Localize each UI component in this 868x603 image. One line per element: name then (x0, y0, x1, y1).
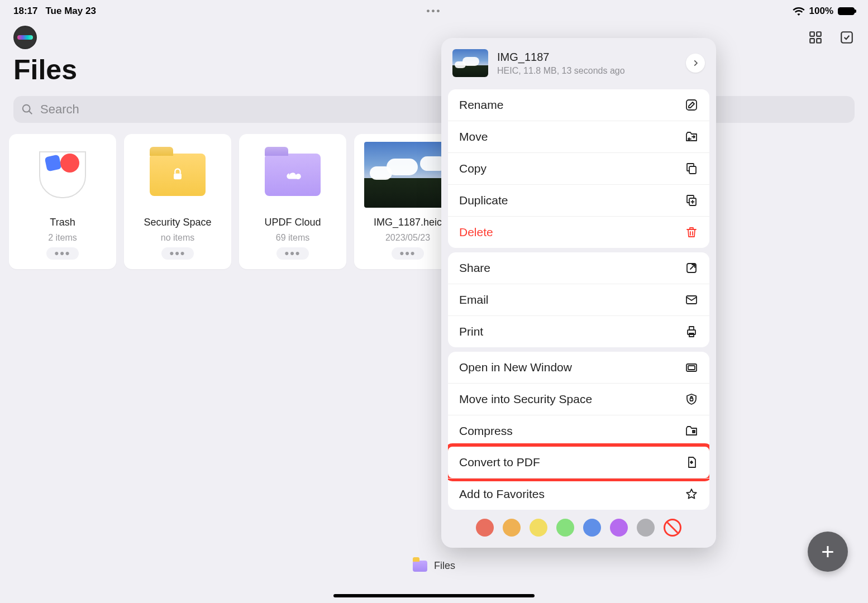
menu-item-copy[interactable]: Copy (448, 152, 709, 184)
add-button[interactable]: + (808, 532, 848, 572)
context-file-name: IMG_1187 (497, 51, 625, 64)
more-icon[interactable]: ••• (161, 247, 193, 260)
search-input[interactable]: Search (13, 96, 855, 123)
svg-rect-14 (689, 327, 694, 330)
battery-icon (838, 7, 855, 15)
tag-color[interactable] (556, 519, 574, 537)
menu-item-compress[interactable]: Compress (448, 415, 709, 447)
menu-item-print[interactable]: Print (448, 315, 709, 347)
more-icon[interactable]: ••• (46, 247, 78, 260)
menu-item-duplicate[interactable]: Duplicate (448, 184, 709, 216)
tag-color[interactable] (637, 519, 655, 537)
menu-item-delete[interactable]: Delete (448, 216, 709, 248)
menu-item-move-into-security-space[interactable]: Move into Security Space (448, 383, 709, 415)
app-avatar-icon[interactable] (13, 26, 37, 49)
svg-rect-17 (688, 366, 695, 370)
menu-group: Open in New WindowMove into Security Spa… (448, 352, 709, 510)
battery-percent: 100% (809, 6, 833, 17)
menu-item-add-to-favorites[interactable]: Add to Favorites (448, 478, 709, 510)
home-indicator[interactable] (333, 594, 535, 597)
pdf-icon (685, 456, 698, 469)
select-mode-icon[interactable] (839, 30, 855, 45)
menu-item-rename[interactable]: Rename (448, 89, 709, 121)
menu-item-label: Open in New Window (459, 361, 572, 374)
tag-color[interactable] (530, 519, 547, 537)
tag-color[interactable] (610, 519, 628, 537)
svg-point-5 (23, 105, 30, 112)
file-name: UPDF Cloud (264, 217, 321, 228)
copy-icon (685, 162, 698, 175)
menu-item-convert-to-pdf[interactable]: Convert to PDF (448, 447, 709, 478)
file-thumbnail (452, 49, 488, 77)
menu-item-label: Delete (459, 226, 493, 239)
menu-group: RenameMoveCopyDuplicateDelete (448, 89, 709, 248)
tag-none[interactable] (664, 519, 681, 537)
status-date: Tue May 23 (45, 6, 96, 17)
status-time: 18:17 (13, 6, 37, 17)
menu-item-move[interactable]: Move (448, 121, 709, 152)
menu-item-label: Convert to PDF (459, 456, 540, 469)
more-icon[interactable]: ••• (392, 247, 423, 260)
files-grid: Trash2 items•••Security Spaceno items•••… (0, 123, 868, 280)
menu-item-label: Email (459, 293, 489, 307)
duplicate-icon (685, 194, 698, 207)
file-name: Security Space (144, 217, 211, 228)
move-icon (685, 130, 698, 143)
menu-item-label: Share (459, 261, 490, 275)
view-grid-icon[interactable] (808, 30, 823, 45)
bottom-location[interactable]: Files (413, 560, 455, 572)
file-card[interactable]: Trash2 items••• (9, 134, 116, 269)
menu-item-label: Move into Security Space (459, 393, 592, 406)
menu-item-open-in-new-window[interactable]: Open in New Window (448, 352, 709, 383)
file-sub: 2023/05/23 (385, 233, 430, 243)
context-file-header[interactable]: IMG_1187 HEIC, 11.8 MB, 13 seconds ago (448, 45, 709, 85)
multitask-dots-icon[interactable]: ••• (427, 6, 442, 17)
menu-item-share[interactable]: Share (448, 252, 709, 284)
file-sub: no items (161, 233, 194, 243)
print-icon (685, 325, 698, 338)
star-icon (685, 487, 698, 501)
page-title: Files (0, 49, 868, 96)
shield-icon (685, 393, 698, 406)
menu-item-label: Compress (459, 424, 513, 438)
file-name: IMG_1187.heic (374, 217, 442, 228)
svg-rect-4 (841, 32, 852, 43)
menu-item-email[interactable]: Email (448, 284, 709, 315)
tag-color-row (448, 510, 709, 541)
status-bar: 18:17 Tue May 23 ••• 100% (0, 0, 868, 17)
svg-line-6 (29, 111, 32, 114)
mail-icon (685, 293, 698, 307)
file-sub: 69 items (276, 233, 309, 243)
folder-icon (413, 561, 427, 572)
svg-rect-9 (689, 166, 696, 174)
tag-color[interactable] (583, 519, 601, 537)
highlight-ring: Convert to PDF (448, 443, 709, 481)
context-file-meta: HEIC, 11.8 MB, 13 seconds ago (497, 66, 625, 76)
tag-color[interactable] (503, 519, 521, 537)
svg-rect-8 (686, 100, 697, 110)
menu-item-label: Move (459, 130, 488, 143)
svg-rect-3 (817, 39, 821, 43)
menu-item-label: Duplicate (459, 194, 508, 207)
tag-color[interactable] (476, 519, 494, 537)
file-name: Trash (50, 217, 75, 228)
search-icon (21, 103, 34, 116)
menu-item-label: Copy (459, 162, 487, 175)
trash-icon (685, 226, 698, 239)
svg-rect-2 (810, 39, 814, 43)
file-card[interactable]: Security Spaceno items••• (124, 134, 231, 269)
menu-item-label: Add to Favorites (459, 487, 545, 501)
file-sub: 2 items (48, 233, 77, 243)
svg-rect-0 (810, 32, 814, 36)
more-icon[interactable]: ••• (276, 247, 308, 260)
rename-icon (685, 98, 698, 112)
svg-rect-15 (689, 333, 694, 337)
window-icon (685, 361, 698, 374)
menu-item-label: Print (459, 325, 483, 338)
menu-item-label: Rename (459, 98, 503, 112)
chevron-right-icon[interactable] (686, 54, 705, 73)
file-card[interactable]: UPDF Cloud69 items••• (239, 134, 346, 269)
search-placeholder: Search (40, 102, 79, 117)
svg-rect-7 (174, 174, 182, 180)
bottom-location-label: Files (434, 560, 455, 572)
